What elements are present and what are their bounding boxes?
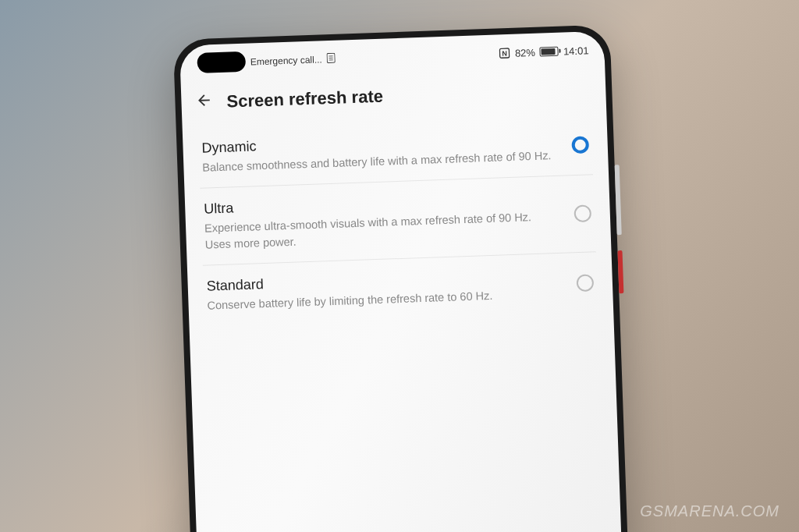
radio-button-selected[interactable] (571, 136, 589, 154)
phone-side-buttons (615, 165, 624, 309)
option-ultra[interactable]: Ultra Experience ultra-smooth visuals wi… (200, 176, 595, 266)
option-content: Standard Conserve battery life by limiti… (206, 265, 577, 314)
svg-text:N: N (502, 50, 508, 58)
page-title: Screen refresh rate (226, 87, 383, 112)
radio-button[interactable] (577, 274, 595, 292)
power-button (617, 250, 623, 293)
option-content: Dynamic Balance smoothness and battery l… (201, 127, 572, 176)
volume-button (615, 165, 622, 235)
radio-button[interactable] (574, 204, 591, 222)
nfc-icon: N (499, 48, 510, 59)
status-right: N 82% 14:01 (499, 44, 589, 59)
option-content: Ultra Experience ultra-smooth visuals wi… (204, 188, 575, 252)
battery-percent: 82% (515, 46, 536, 59)
battery-icon (540, 47, 559, 57)
back-arrow-icon[interactable] (195, 91, 213, 114)
status-left: Emergency call... (250, 53, 336, 69)
phone-frame: Emergency call... N 82% 14:01 Scr (173, 24, 628, 532)
clock-time: 14:01 (563, 44, 589, 57)
watermark: GSMARENA.COM (640, 502, 779, 520)
phone-screen: Emergency call... N 82% 14:01 Scr (179, 31, 622, 532)
option-standard[interactable]: Standard Conserve battery life by limiti… (203, 252, 598, 326)
sim-icon (326, 53, 336, 66)
options-list: Dynamic Balance smoothness and battery l… (183, 114, 614, 327)
carrier-text: Emergency call... (250, 54, 322, 67)
